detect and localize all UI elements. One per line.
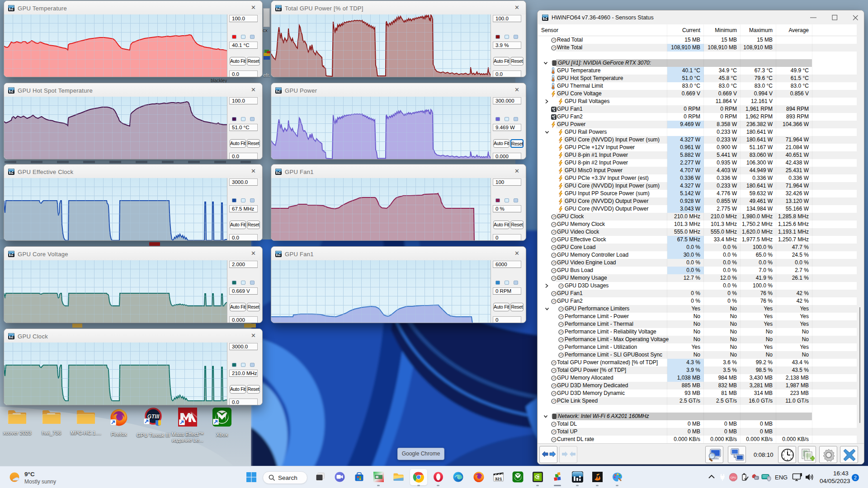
svg-text:321: 321 [495, 476, 503, 481]
svg-text:CPU: CPU [731, 476, 736, 479]
